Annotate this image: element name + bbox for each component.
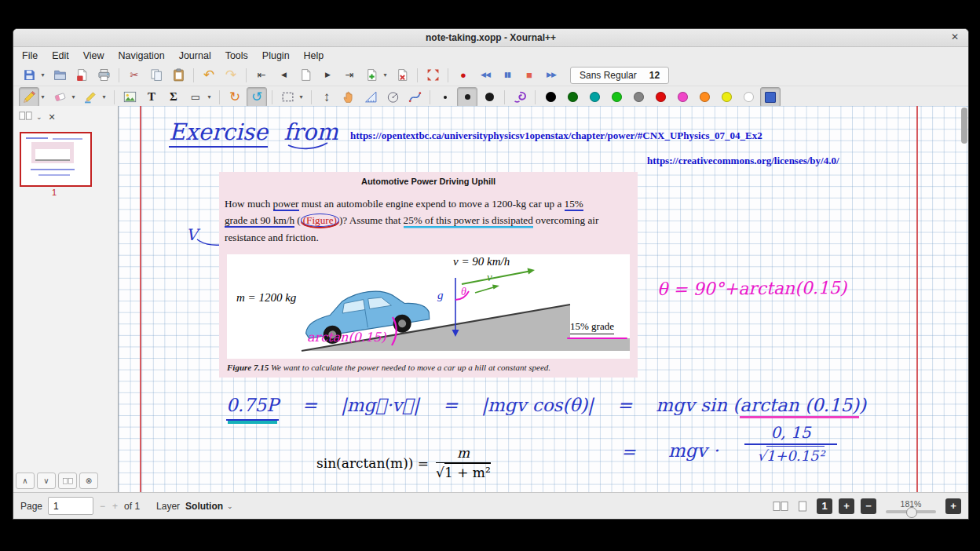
vertical-space-tool-button[interactable]: ↕ [316, 87, 337, 108]
page-number-input[interactable] [48, 497, 93, 515]
heading-word-exercise: Exercise [169, 119, 268, 148]
next-page-button[interactable]: ▶ [317, 65, 338, 86]
first-page-button[interactable]: ⇤ [251, 65, 272, 86]
export-file-button[interactable] [71, 65, 92, 86]
previous-page-button[interactable]: ◀ [273, 65, 294, 86]
color-gray-button[interactable] [628, 87, 649, 108]
eq-term-075p: 0.75P [226, 395, 279, 421]
pen-tool-button[interactable] [19, 87, 39, 108]
sidebar-detach-button[interactable] [58, 473, 77, 489]
open-button[interactable] [49, 65, 70, 86]
sidebar-up-button[interactable]: ∧ [16, 473, 35, 489]
current-page-button[interactable] [295, 65, 316, 86]
highlighter-menu-button[interactable]: ▾ [99, 87, 109, 108]
hand-tool-button[interactable] [338, 87, 359, 108]
zoom-out-button[interactable]: − [861, 498, 876, 514]
save-menu-button[interactable]: ▾ [38, 65, 48, 86]
shape-tool-button[interactable]: ▭ [185, 87, 206, 108]
title-bar[interactable]: note-taking.xopp - Xournal++ ✕ [13, 29, 968, 47]
zoom-100-button[interactable]: 1 [817, 498, 832, 514]
problem-text-segment: 15% [565, 198, 583, 210]
stop-audio-button[interactable]: ■ [519, 65, 539, 86]
drawing-canvas[interactable]: Exercisefrom https://opentextbc.ca/unive… [119, 106, 968, 493]
color-blue-button[interactable] [760, 87, 781, 108]
dual-page-view-button[interactable] [773, 501, 788, 512]
save-button[interactable] [19, 65, 39, 86]
color-black-button[interactable] [540, 87, 561, 108]
shape-menu-button[interactable]: ▾ [204, 87, 214, 108]
image-tool-button[interactable] [119, 87, 140, 108]
menu-view[interactable]: View [76, 48, 112, 64]
redo-button[interactable]: ↷ [221, 65, 241, 86]
preview-pane-menu-button[interactable]: ⌄ [36, 113, 42, 121]
color-dark-green-button[interactable] [562, 87, 583, 108]
preview-pane-close-button[interactable]: ✕ [49, 112, 56, 122]
thickness-medium-button[interactable] [457, 87, 477, 108]
sidebar-down-button[interactable]: ∨ [37, 473, 56, 489]
color-red-button[interactable] [650, 87, 671, 108]
vertical-scrollbar[interactable] [961, 108, 967, 491]
sidebar-close-button[interactable]: ⊗ [79, 473, 98, 489]
menu-file[interactable]: File [15, 48, 45, 64]
page-thumbnail[interactable] [20, 132, 92, 187]
print-button[interactable] [93, 65, 114, 86]
delete-page-button[interactable] [392, 65, 412, 86]
single-page-view-button[interactable] [795, 501, 810, 512]
fullscreen-button[interactable] [422, 65, 443, 86]
app-window: note-taking.xopp - Xournal++ ✕ FileEditV… [13, 28, 969, 520]
undo-button[interactable]: ↶ [199, 65, 219, 86]
scrollbar-thumb[interactable] [961, 108, 967, 144]
eraser-menu-button[interactable]: ▾ [68, 87, 79, 108]
thickness-thick-button[interactable] [479, 87, 499, 108]
record-audio-button[interactable]: ● [453, 65, 474, 86]
compass-tool-button[interactable] [382, 87, 403, 108]
new-page-menu-button[interactable]: ▾ [380, 65, 390, 86]
new-page-button[interactable] [361, 65, 382, 86]
toolbar-separator [535, 90, 536, 104]
color-green-button[interactable] [606, 87, 627, 108]
menu-tools[interactable]: Tools [218, 48, 255, 64]
font-selector-button[interactable]: Sans Regular 12 [570, 67, 669, 84]
last-page-icon: ⇥ [346, 70, 354, 80]
copy-button[interactable] [146, 65, 166, 86]
menu-journal[interactable]: Journal [172, 48, 218, 64]
forward-audio-button[interactable]: ▶▶ [541, 65, 561, 86]
menu-edit[interactable]: Edit [45, 48, 76, 64]
page-decrement-button[interactable]: − [99, 501, 106, 512]
menu-help[interactable]: Help [297, 48, 331, 64]
highlighter-tool-button[interactable] [80, 87, 101, 108]
pen-menu-button[interactable]: ▾ [38, 87, 48, 108]
cut-button[interactable]: ✂ [124, 65, 144, 86]
menu-navigation[interactable]: Navigation [112, 48, 172, 64]
paste-button[interactable] [168, 65, 188, 86]
zoom-in-button[interactable]: + [839, 498, 854, 514]
color-magenta-button[interactable] [672, 87, 693, 108]
shape-recognizer-tool-button[interactable]: ↻ [225, 87, 245, 108]
window-close-button[interactable]: ✕ [951, 31, 959, 42]
zoom-slider-thumb[interactable] [906, 507, 917, 518]
select-menu-button[interactable]: ▾ [296, 87, 306, 108]
select-rect-tool-button[interactable] [277, 87, 298, 108]
ruler-tool-button[interactable] [360, 87, 381, 108]
text-tool-button[interactable]: T [141, 87, 162, 108]
spline-tool-button[interactable] [404, 87, 425, 108]
layer-select[interactable]: Solution ⌄ [185, 501, 233, 512]
last-page-button[interactable]: ⇥ [339, 65, 360, 86]
zoom-fit-button[interactable]: + [945, 498, 961, 514]
color-white-button[interactable] [738, 87, 759, 108]
page-increment-button[interactable]: + [112, 501, 119, 512]
pause-audio-button[interactable]: ▮▮ [497, 65, 517, 86]
tex-tool-button[interactable]: Σ [163, 87, 184, 108]
eraser-tool-button[interactable] [49, 87, 70, 108]
thickness-fine-button[interactable] [435, 87, 455, 108]
handwritten-heading: Exercisefrom [169, 119, 338, 145]
color-yellow-button[interactable] [716, 87, 737, 108]
default-tool-button[interactable]: ↺ [247, 87, 267, 108]
rewind-audio-button[interactable]: ◀◀ [475, 65, 495, 86]
zoom-slider[interactable] [886, 510, 936, 513]
fill-tool-button[interactable] [510, 87, 530, 108]
menu-plugin[interactable]: Plugin [255, 48, 297, 64]
color-orange-button[interactable] [694, 87, 715, 108]
identity-denominator: √1 + m² [436, 463, 491, 480]
color-teal-button[interactable] [584, 87, 605, 108]
